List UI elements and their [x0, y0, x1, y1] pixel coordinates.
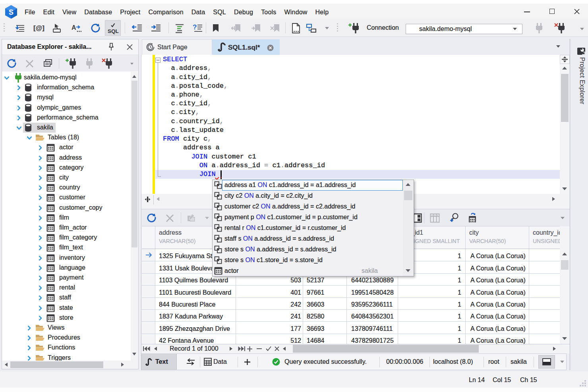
svg-text:A: A: [72, 24, 76, 31]
svg-text:S: S: [9, 8, 14, 16]
svg-text:SQL: SQL: [108, 28, 119, 34]
svg-text:?: ?: [193, 23, 197, 31]
